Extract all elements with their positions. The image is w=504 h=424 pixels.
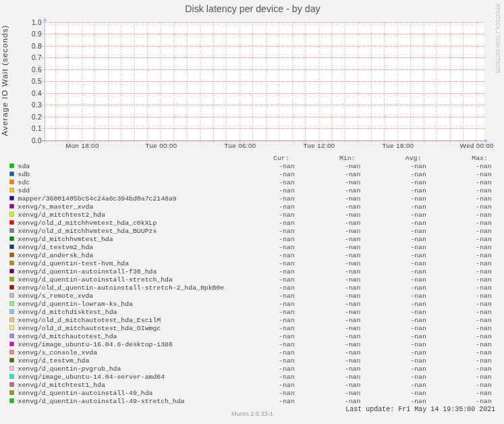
svg-text:-nan: -nan — [345, 317, 361, 324]
svg-text:sdd: sdd — [18, 187, 30, 194]
svg-text:-nan: -nan — [279, 398, 295, 405]
svg-text:-nan: -nan — [345, 381, 361, 389]
svg-text:-nan: -nan — [345, 211, 361, 219]
svg-text:Wed 00:00: Wed 00:00 — [460, 142, 494, 149]
svg-text:-nan: -nan — [476, 195, 492, 203]
svg-text:-nan: -nan — [410, 341, 426, 348]
svg-text:-nan: -nan — [345, 219, 361, 227]
svg-text:-nan: -nan — [476, 317, 492, 324]
svg-text:Munin 2.0.33-1: Munin 2.0.33-1 — [231, 410, 273, 417]
svg-text:xenvg/d_quentin-autoinstall-49: xenvg/d_quentin-autoinstall-49-stretch_h… — [18, 398, 185, 405]
svg-text:-nan: -nan — [476, 373, 492, 381]
svg-text:-nan: -nan — [410, 276, 426, 284]
svg-text:xenvg/d_testvm_hda: xenvg/d_testvm_hda — [18, 357, 90, 365]
svg-text:-nan: -nan — [345, 203, 361, 211]
svg-text:0.1: 0.1 — [32, 125, 42, 132]
svg-text:sdc: sdc — [18, 179, 30, 186]
svg-text:-nan: -nan — [345, 390, 361, 397]
svg-text:-nan: -nan — [476, 349, 492, 356]
svg-text:xenvg/image_ubuntu-14.04-serve: xenvg/image_ubuntu-14.04-server-amd64 — [18, 373, 165, 381]
svg-text:-nan: -nan — [410, 309, 426, 316]
svg-text:-nan: -nan — [345, 373, 361, 381]
svg-text:-nan: -nan — [279, 341, 295, 348]
svg-text:-nan: -nan — [410, 292, 426, 300]
svg-text:-nan: -nan — [476, 203, 492, 211]
svg-text:xenvg/d_quentin-pvgrub_hda: xenvg/d_quentin-pvgrub_hda — [18, 365, 121, 373]
svg-text:-nan: -nan — [476, 179, 492, 186]
svg-text:-nan: -nan — [410, 187, 426, 194]
svg-text:-nan: -nan — [279, 228, 295, 235]
svg-text:mapper/36001405bc54c24a6c394bd: mapper/36001405bc54c24a6c394bd0a7c2148a9 — [18, 195, 177, 203]
svg-text:RRDTOOL / TOBI OETIKER: RRDTOOL / TOBI OETIKER — [495, 4, 501, 74]
svg-text:-nan: -nan — [279, 236, 295, 243]
svg-text:-nan: -nan — [476, 236, 492, 243]
svg-text:-nan: -nan — [345, 365, 361, 373]
svg-text:Tue 12:00: Tue 12:00 — [304, 142, 335, 149]
svg-text:-nan: -nan — [410, 228, 426, 235]
svg-text:-nan: -nan — [345, 244, 361, 251]
svg-text:-nan: -nan — [410, 195, 426, 203]
svg-text:Tue 06:00: Tue 06:00 — [225, 142, 256, 149]
svg-text:Max:: Max: — [472, 155, 488, 162]
svg-text:-nan: -nan — [279, 325, 295, 332]
svg-text:-nan: -nan — [279, 219, 295, 227]
svg-text:-nan: -nan — [410, 268, 426, 275]
svg-text:-nan: -nan — [279, 349, 295, 356]
svg-text:-nan: -nan — [410, 203, 426, 211]
svg-text:-nan: -nan — [279, 171, 295, 178]
svg-text:-nan: -nan — [279, 365, 295, 373]
svg-text:0.8: 0.8 — [32, 43, 42, 50]
svg-text:xenvg/d_quentin-lowram-ks_hda: xenvg/d_quentin-lowram-ks_hda — [18, 300, 134, 308]
svg-text:-nan: -nan — [345, 325, 361, 332]
svg-text:-nan: -nan — [279, 300, 295, 308]
svg-text:-nan: -nan — [476, 365, 492, 373]
svg-text:-nan: -nan — [410, 211, 426, 219]
svg-text:-nan: -nan — [279, 284, 295, 292]
svg-text:-nan: -nan — [279, 195, 295, 203]
svg-text:xenvg/old_d_quentin-autoinstal: xenvg/old_d_quentin-autoinstall-stretch-… — [18, 284, 225, 292]
svg-text:-nan: -nan — [410, 252, 426, 259]
svg-text:-nan: -nan — [410, 219, 426, 227]
svg-text:-nan: -nan — [476, 171, 492, 178]
svg-text:-nan: -nan — [410, 398, 426, 405]
svg-text:0.3: 0.3 — [32, 101, 42, 109]
svg-text:-nan: -nan — [410, 349, 426, 356]
svg-text:xenvg/old_d_mitchhvmtest_hda_B: xenvg/old_d_mitchhvmtest_hda_BUUPzs — [18, 228, 157, 235]
svg-text:-nan: -nan — [410, 300, 426, 308]
svg-text:-nan: -nan — [476, 211, 492, 219]
svg-text:-nan: -nan — [279, 179, 295, 186]
svg-text:Tue 18:00: Tue 18:00 — [383, 142, 414, 149]
svg-text:0.2: 0.2 — [32, 113, 42, 121]
svg-text:-nan: -nan — [345, 349, 361, 356]
svg-text:-nan: -nan — [410, 373, 426, 381]
svg-text:xenvg/d_quentin-autoinstall-st: xenvg/d_quentin-autoinstall-stretch_hda — [18, 276, 173, 284]
svg-text:-nan: -nan — [476, 219, 492, 227]
svg-text:-nan: -nan — [476, 398, 492, 405]
svg-text:-nan: -nan — [345, 268, 361, 275]
svg-text:-nan: -nan — [476, 300, 492, 308]
svg-text:-nan: -nan — [410, 317, 426, 324]
svg-text:-nan: -nan — [279, 276, 295, 284]
svg-text:Average IO Wait (seconds): Average IO Wait (seconds) — [1, 25, 9, 136]
svg-text:Tue 00:00: Tue 00:00 — [146, 142, 177, 149]
svg-text:xenvg/d_mitchtest2_hda: xenvg/d_mitchtest2_hda — [18, 211, 105, 219]
svg-text:xenvg/d_mitchtest1_hda: xenvg/d_mitchtest1_hda — [18, 381, 105, 389]
svg-text:-nan: -nan — [476, 333, 492, 340]
svg-text:xenvg/d_testvm2_hda: xenvg/d_testvm2_hda — [18, 244, 94, 251]
svg-text:-nan: -nan — [410, 260, 426, 267]
svg-text:-nan: -nan — [476, 187, 492, 194]
svg-text:-nan: -nan — [410, 357, 426, 365]
svg-text:Mon 18:00: Mon 18:00 — [65, 142, 99, 149]
svg-text:0.0: 0.0 — [32, 137, 42, 144]
svg-text:xenvg/old_d_mitchautotest_hda_: xenvg/old_d_mitchautotest_hda_EscilM — [18, 317, 161, 324]
svg-text:xenvg/d_mitchdisktest_hda: xenvg/d_mitchdisktest_hda — [18, 309, 117, 316]
svg-text:-nan: -nan — [345, 284, 361, 292]
svg-text:-nan: -nan — [345, 187, 361, 194]
svg-text:-nan: -nan — [345, 357, 361, 365]
svg-text:-nan: -nan — [476, 163, 492, 170]
svg-text:-nan: -nan — [476, 244, 492, 251]
svg-text:sdb: sdb — [18, 171, 30, 178]
svg-text:-nan: -nan — [410, 365, 426, 373]
svg-text:-nan: -nan — [476, 260, 492, 267]
svg-text:-nan: -nan — [345, 333, 361, 340]
